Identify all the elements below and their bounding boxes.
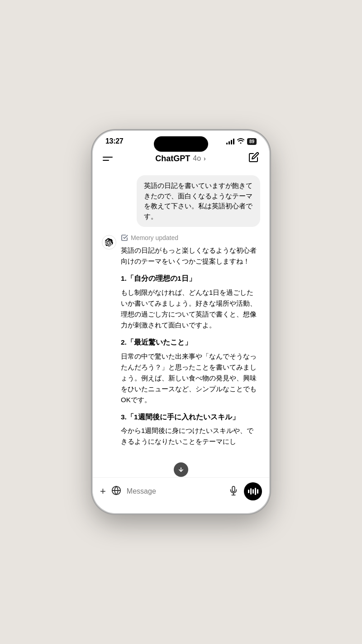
voice-button[interactable]	[244, 482, 262, 500]
user-message-text: 英語の日記を書いていますが飽きてきたので、面白くなるようなテーマを教えて下さい。…	[144, 182, 252, 220]
status-icons: 89	[226, 138, 257, 145]
section-3-title: 3.「1週間後に手に入れたいスキル」	[121, 412, 260, 423]
section-2-body: 日常の中で驚いた出来事や「なんでそうなったんだろう？」と思ったことを書いてみまし…	[121, 351, 260, 405]
app-name: ChatGPT	[155, 154, 190, 163]
memory-icon	[121, 234, 128, 241]
wave-bars-icon	[248, 488, 258, 495]
wifi-icon	[237, 138, 244, 145]
assistant-text-body: 英語の日記がもっと楽しくなるような初心者向けのテーマをいくつかご提案しますね！ …	[121, 245, 260, 447]
menu-line-2	[103, 160, 109, 161]
microphone-button[interactable]	[229, 485, 238, 498]
scroll-down-button[interactable]	[174, 462, 188, 477]
section-1-title: 1.「自分の理想の1日」	[121, 273, 260, 284]
assistant-message: Memory updated 英語の日記がもっと楽しくなるような初心者向けのテー…	[102, 234, 260, 453]
bottom-bar: +	[93, 477, 269, 513]
phone-frame: 13:27 89 Cha	[93, 131, 269, 513]
chevron-icon: ›	[204, 155, 206, 162]
signal-icon	[226, 139, 234, 144]
screen: 13:27 89 Cha	[93, 131, 269, 513]
edit-button[interactable]	[248, 152, 259, 165]
section-1-body: もし制限がなければ、どんな1日を過ごしたいか書いてみましょう。好きな場所や活動、…	[121, 287, 260, 331]
globe-button[interactable]	[111, 485, 121, 498]
message-input[interactable]	[127, 487, 223, 495]
dynamic-island	[154, 136, 208, 152]
header-title[interactable]: ChatGPT 4o ›	[155, 154, 205, 163]
add-button[interactable]: +	[100, 485, 106, 497]
assistant-content: Memory updated 英語の日記がもっと楽しくなるような初心者向けのテー…	[121, 234, 260, 453]
memory-updated-text: Memory updated	[131, 234, 178, 241]
user-message-bubble: 英語の日記を書いていますが飽きてきたので、面白くなるようなテーマを教えて下さい。…	[137, 175, 260, 227]
status-time: 13:27	[105, 137, 123, 145]
openai-logo-icon	[105, 238, 113, 246]
assistant-intro: 英語の日記がもっと楽しくなるような初心者向けのテーマをいくつかご提案しますね！	[121, 245, 260, 267]
memory-updated-indicator: Memory updated	[121, 234, 260, 241]
menu-button[interactable]	[103, 157, 113, 161]
model-name: 4o	[193, 154, 201, 163]
menu-line-1	[103, 157, 113, 158]
section-3-body: 今から1週間後に身につけたいスキルや、できるようになりたいことをテーマにし	[121, 425, 260, 447]
assistant-avatar	[102, 235, 116, 250]
chat-area: 英語の日記を書いていますが飽きてきたので、面白くなるようなテーマを教えて下さい。…	[93, 171, 269, 477]
section-2-title: 2.「最近驚いたこと」	[121, 337, 260, 348]
battery-icon: 89	[247, 138, 257, 145]
